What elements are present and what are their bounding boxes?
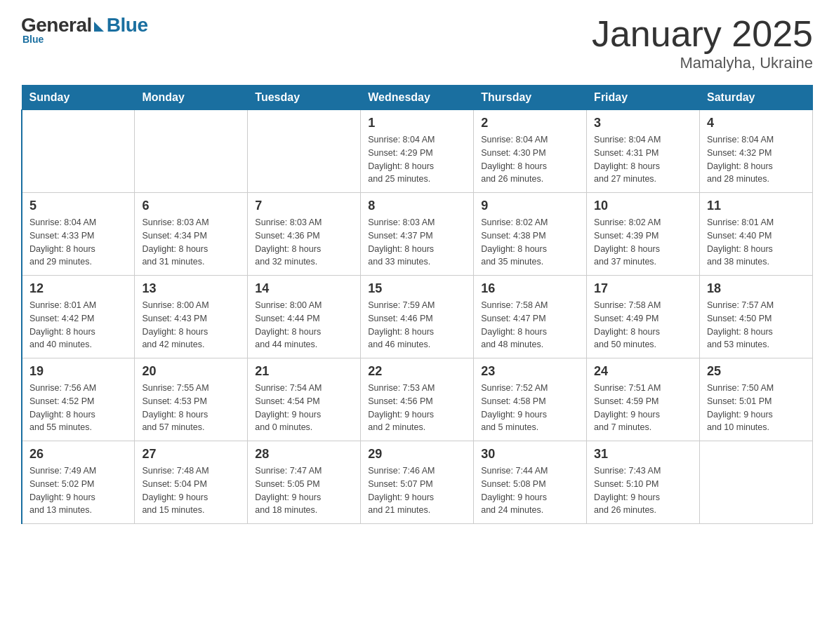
calendar-cell: 23Sunrise: 7:52 AM Sunset: 4:58 PM Dayli… [474,358,587,441]
day-info: Sunrise: 7:48 AM Sunset: 5:04 PM Dayligh… [142,464,240,517]
day-number: 27 [142,447,240,462]
logo: General Blue Blue [21,14,147,45]
calendar-cell: 1Sunrise: 8:04 AM Sunset: 4:29 PM Daylig… [361,110,474,193]
day-info: Sunrise: 8:00 AM Sunset: 4:43 PM Dayligh… [142,299,240,351]
calendar-cell: 21Sunrise: 7:54 AM Sunset: 4:54 PM Dayli… [248,358,361,441]
calendar-cell: 29Sunrise: 7:46 AM Sunset: 5:07 PM Dayli… [361,441,474,524]
day-number: 4 [707,116,805,130]
title-block: January 2025 Mamalyha, Ukraine [592,14,813,72]
calendar-cell: 18Sunrise: 7:57 AM Sunset: 4:50 PM Dayli… [700,276,813,358]
day-number: 24 [594,364,692,379]
week-row-4: 19Sunrise: 7:56 AM Sunset: 4:52 PM Dayli… [22,358,813,441]
calendar-title: January 2025 [592,14,813,54]
day-number: 31 [594,447,692,462]
day-number: 17 [594,281,692,296]
day-info: Sunrise: 7:58 AM Sunset: 4:47 PM Dayligh… [481,299,579,351]
day-info: Sunrise: 7:57 AM Sunset: 4:50 PM Dayligh… [707,299,805,351]
day-number: 14 [255,281,353,296]
day-info: Sunrise: 7:44 AM Sunset: 5:08 PM Dayligh… [481,464,579,517]
day-number: 18 [707,281,805,296]
calendar-cell: 28Sunrise: 7:47 AM Sunset: 5:05 PM Dayli… [248,441,361,524]
calendar-table: SundayMondayTuesdayWednesdayThursdayFrid… [21,85,813,524]
logo-blue-text: Blue [107,14,148,36]
day-info: Sunrise: 7:54 AM Sunset: 4:54 PM Dayligh… [255,382,353,434]
day-number: 23 [481,364,579,379]
calendar-cell: 9Sunrise: 8:02 AM Sunset: 4:38 PM Daylig… [474,193,587,276]
header-cell-wednesday: Wednesday [361,86,474,110]
day-number: 3 [594,116,692,130]
day-info: Sunrise: 8:04 AM Sunset: 4:29 PM Dayligh… [368,133,466,186]
day-info: Sunrise: 7:53 AM Sunset: 4:56 PM Dayligh… [368,382,466,434]
calendar-cell: 13Sunrise: 8:00 AM Sunset: 4:43 PM Dayli… [135,276,248,358]
day-number: 28 [255,447,353,462]
day-info: Sunrise: 7:56 AM Sunset: 4:52 PM Dayligh… [29,382,127,434]
calendar-cell: 31Sunrise: 7:43 AM Sunset: 5:10 PM Dayli… [587,441,700,524]
calendar-cell: 11Sunrise: 8:01 AM Sunset: 4:40 PM Dayli… [700,193,813,276]
day-number: 15 [368,281,466,296]
day-number: 16 [481,281,579,296]
day-number: 9 [481,199,579,213]
day-info: Sunrise: 7:43 AM Sunset: 5:10 PM Dayligh… [594,464,692,517]
page-header: General Blue Blue January 2025 Mamalyha,… [21,14,813,72]
calendar-cell: 25Sunrise: 7:50 AM Sunset: 5:01 PM Dayli… [700,358,813,441]
day-number: 8 [368,199,466,213]
header-row: SundayMondayTuesdayWednesdayThursdayFrid… [22,86,813,110]
day-info: Sunrise: 7:46 AM Sunset: 5:07 PM Dayligh… [368,464,466,517]
day-info: Sunrise: 8:04 AM Sunset: 4:30 PM Dayligh… [481,133,579,186]
calendar-cell: 30Sunrise: 7:44 AM Sunset: 5:08 PM Dayli… [474,441,587,524]
week-row-1: 1Sunrise: 8:04 AM Sunset: 4:29 PM Daylig… [22,110,813,193]
header-cell-friday: Friday [587,86,700,110]
calendar-cell: 26Sunrise: 7:49 AM Sunset: 5:02 PM Dayli… [22,441,135,524]
calendar-cell: 14Sunrise: 8:00 AM Sunset: 4:44 PM Dayli… [248,276,361,358]
day-number: 13 [142,281,240,296]
calendar-cell: 7Sunrise: 8:03 AM Sunset: 4:36 PM Daylig… [248,193,361,276]
day-number: 12 [29,281,127,296]
day-number: 2 [481,116,579,130]
day-info: Sunrise: 8:04 AM Sunset: 4:31 PM Dayligh… [594,133,692,186]
day-info: Sunrise: 7:50 AM Sunset: 5:01 PM Dayligh… [707,382,805,434]
day-info: Sunrise: 8:03 AM Sunset: 4:34 PM Dayligh… [142,216,240,269]
calendar-cell: 15Sunrise: 7:59 AM Sunset: 4:46 PM Dayli… [361,276,474,358]
week-row-5: 26Sunrise: 7:49 AM Sunset: 5:02 PM Dayli… [22,441,813,524]
calendar-subtitle: Mamalyha, Ukraine [592,54,813,72]
day-number: 29 [368,447,466,462]
header-cell-monday: Monday [135,86,248,110]
calendar-cell: 2Sunrise: 8:04 AM Sunset: 4:30 PM Daylig… [474,110,587,193]
day-info: Sunrise: 8:02 AM Sunset: 4:39 PM Dayligh… [594,216,692,269]
day-info: Sunrise: 7:52 AM Sunset: 4:58 PM Dayligh… [481,382,579,434]
day-info: Sunrise: 8:00 AM Sunset: 4:44 PM Dayligh… [255,299,353,351]
calendar-cell: 16Sunrise: 7:58 AM Sunset: 4:47 PM Dayli… [474,276,587,358]
day-info: Sunrise: 8:04 AM Sunset: 4:32 PM Dayligh… [707,133,805,186]
day-info: Sunrise: 7:59 AM Sunset: 4:46 PM Dayligh… [368,299,466,351]
day-number: 1 [368,116,466,130]
calendar-cell: 10Sunrise: 8:02 AM Sunset: 4:39 PM Dayli… [587,193,700,276]
calendar-cell: 22Sunrise: 7:53 AM Sunset: 4:56 PM Dayli… [361,358,474,441]
day-info: Sunrise: 7:47 AM Sunset: 5:05 PM Dayligh… [255,464,353,517]
day-number: 22 [368,364,466,379]
calendar-cell [135,110,248,193]
calendar-cell [22,110,135,193]
week-row-2: 5Sunrise: 8:04 AM Sunset: 4:33 PM Daylig… [22,193,813,276]
day-number: 21 [255,364,353,379]
week-row-3: 12Sunrise: 8:01 AM Sunset: 4:42 PM Dayli… [22,276,813,358]
calendar-cell: 4Sunrise: 8:04 AM Sunset: 4:32 PM Daylig… [700,110,813,193]
day-number: 11 [707,199,805,213]
day-number: 20 [142,364,240,379]
day-number: 19 [29,364,127,379]
day-info: Sunrise: 7:55 AM Sunset: 4:53 PM Dayligh… [142,382,240,434]
calendar-cell: 17Sunrise: 7:58 AM Sunset: 4:49 PM Dayli… [587,276,700,358]
day-info: Sunrise: 8:02 AM Sunset: 4:38 PM Dayligh… [481,216,579,269]
day-number: 30 [481,447,579,462]
day-number: 26 [29,447,127,462]
day-number: 25 [707,364,805,379]
calendar-cell: 19Sunrise: 7:56 AM Sunset: 4:52 PM Dayli… [22,358,135,441]
day-number: 7 [255,199,353,213]
calendar-cell: 24Sunrise: 7:51 AM Sunset: 4:59 PM Dayli… [587,358,700,441]
day-info: Sunrise: 7:49 AM Sunset: 5:02 PM Dayligh… [29,464,127,517]
calendar-cell [248,110,361,193]
day-info: Sunrise: 8:01 AM Sunset: 4:40 PM Dayligh… [707,216,805,269]
day-number: 6 [142,199,240,213]
header-cell-saturday: Saturday [700,86,813,110]
day-info: Sunrise: 8:01 AM Sunset: 4:42 PM Dayligh… [29,299,127,351]
day-number: 5 [29,199,127,213]
